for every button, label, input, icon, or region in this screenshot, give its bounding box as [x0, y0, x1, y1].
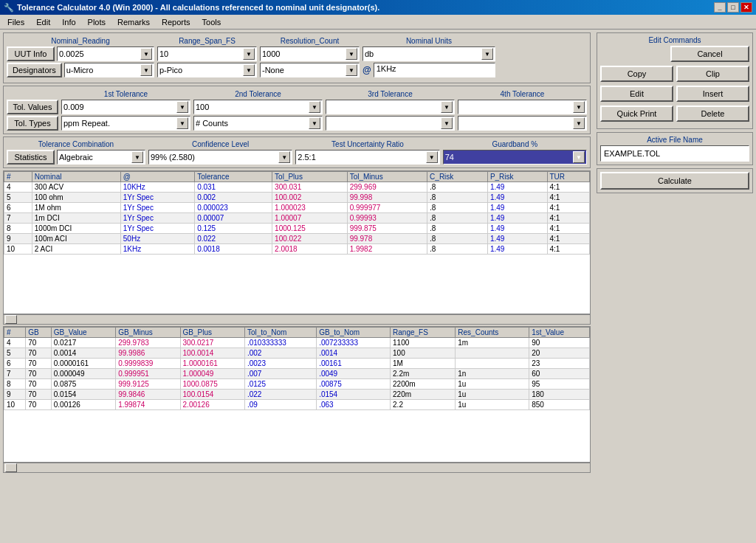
algebraic-combo[interactable]: Algebraic ▼ — [57, 150, 145, 165]
tol4-value-arrow: ▼ — [573, 101, 585, 113]
at-sign: @ — [362, 65, 371, 75]
frequency-row: @ 1KHz — [362, 63, 495, 77]
guardband-table-header: # GB GB_Value GB_Minus GB_Plus Tol_to_No… — [4, 328, 590, 338]
top-table-hscroll[interactable] — [3, 314, 591, 325]
nominal-units-label: Nominal Units — [362, 36, 495, 45]
resolution-combo[interactable]: 1000 ▼ — [260, 46, 360, 61]
tol1-value-combo[interactable]: 0.009 ▼ — [61, 100, 190, 114]
results-table-body: 4300 ACV10KHz0.031300.031299.969.81.494:… — [4, 182, 590, 255]
menu-remarks[interactable]: Remarks — [111, 16, 156, 28]
designators-button[interactable]: Designators — [7, 63, 62, 77]
col-tolerance: Tolerance — [195, 172, 272, 182]
uut-info-button[interactable]: UUT Info — [7, 46, 55, 61]
clip-button[interactable]: Clip — [676, 66, 749, 82]
guardband-group: Guardband % 74 ▼ — [443, 140, 587, 165]
tol3-type-combo[interactable]: ▼ — [326, 116, 455, 131]
tol-values-button[interactable]: Tol. Values — [7, 100, 58, 114]
range-group: Range_Span_FS 10 ▼ p-Pico ▼ — [157, 36, 257, 77]
quickprint-button[interactable]: Quick Print — [600, 106, 673, 122]
tur-arrow: ▼ — [426, 151, 438, 163]
nominal-units-arrow: ▼ — [481, 48, 493, 60]
menu-files[interactable]: Files — [1, 16, 30, 28]
edit-button[interactable]: Edit — [600, 86, 673, 102]
table-row: 6700.00001610.99998391.0000161.0023.0016… — [4, 359, 590, 369]
tur-group: Test Uncertainty Ratio 2.5:1 ▼ — [295, 140, 439, 165]
calculate-button[interactable]: Calculate — [600, 172, 749, 190]
table-row: 71m DCI1Yr Spec0.000071.000070.99993.81.… — [4, 213, 590, 224]
bottom-table-hscroll[interactable] — [3, 463, 591, 473]
resolution-none-combo[interactable]: -None ▼ — [260, 63, 360, 77]
table-row: 81000m DCI1Yr Spec0.1251000.125999.875.8… — [4, 224, 590, 234]
nominal-units-combo[interactable]: db ▼ — [362, 46, 495, 61]
table-row: 9100m ACI50Hz0.022100.02299.978.81.494:1 — [4, 234, 590, 244]
guardband-combo[interactable]: 74 ▼ — [443, 150, 587, 165]
top-labels-row: Nominal_Reading UUT Info 0.0025 ▼ Design… — [7, 36, 587, 77]
delete-button[interactable]: Delete — [676, 106, 749, 122]
statistics-button[interactable]: Statistics — [7, 150, 55, 165]
cancel-row: Cancel — [600, 46, 749, 63]
menu-edit[interactable]: Edit — [30, 16, 56, 28]
nominal-reading-label: Nominal_Reading — [7, 36, 154, 45]
edit-commands-label: Edit Commands — [600, 36, 749, 44]
col-tur: TUR — [547, 172, 589, 182]
tol-types-button[interactable]: Tol. Types — [7, 116, 58, 131]
table-row: 10700.001261.998742.00126.09.0632.21u850 — [4, 400, 590, 410]
col-nominal: Nominal — [32, 172, 120, 182]
tol3-value-combo[interactable]: ▼ — [326, 100, 455, 114]
algebraic-arrow: ▼ — [131, 151, 143, 163]
menu-bar: Files Edit Info Plots Remarks Reports To… — [0, 15, 756, 30]
tol1-type-combo[interactable]: ppm Repeat. ▼ — [61, 116, 190, 131]
active-file-box: Active File Name — [597, 132, 753, 165]
tolerance-section: 1st Tolerance 2nd Tolerance 3rd Toleranc… — [3, 86, 591, 134]
gb-col-1st: 1st_Value — [529, 328, 590, 338]
hscroll-left-btn[interactable] — [5, 315, 17, 324]
tol4-value-combo[interactable]: ▼ — [458, 100, 587, 114]
confidence-combo[interactable]: 99% (2.580) ▼ — [148, 150, 292, 165]
tol2-type-combo[interactable]: # Counts ▼ — [193, 116, 323, 131]
tol3-label: 3rd Tolerance — [326, 89, 455, 98]
results-table: # Nominal @ Tolerance Tol_Plus Tol_Minus… — [4, 171, 590, 255]
table-row: 7700.0000490.9999511.000049.007.00492.2m… — [4, 369, 590, 379]
active-file-input[interactable] — [600, 145, 749, 162]
menu-plots[interactable]: Plots — [82, 16, 111, 28]
col-p-risk: P_Risk — [487, 172, 547, 182]
maximize-button[interactable]: □ — [727, 2, 739, 13]
top-table-wrapper[interactable]: # Nominal @ Tolerance Tol_Plus Tol_Minus… — [3, 170, 591, 314]
copy-button[interactable]: Copy — [600, 66, 673, 82]
nominal-reading-combo[interactable]: 0.0025 ▼ — [57, 46, 154, 61]
tur-combo[interactable]: 2.5:1 ▼ — [295, 150, 439, 165]
top-inputs-section: Nominal_Reading UUT Info 0.0025 ▼ Design… — [3, 32, 591, 83]
tol4-label: 4th Tolerance — [458, 89, 587, 98]
gb-col-plus: GB_Plus — [180, 328, 244, 338]
uut-group: Nominal_Reading UUT Info 0.0025 ▼ Design… — [7, 36, 154, 77]
bottom-table-wrapper[interactable]: # GB GB_Value GB_Minus GB_Plus Tol_to_No… — [3, 326, 591, 463]
tol2-value-arrow: ▼ — [309, 101, 320, 113]
resolution-arrow: ▼ — [346, 48, 357, 60]
title-bar-controls[interactable]: _ □ ✕ — [714, 2, 752, 13]
cancel-button[interactable]: Cancel — [670, 46, 749, 62]
frequency-input[interactable]: 1KHz — [374, 63, 495, 77]
tolerance-values-row: Tol. Values 0.009 ▼ 100 ▼ ▼ ▼ — [7, 100, 587, 114]
tol3-type-arrow: ▼ — [441, 117, 453, 129]
confidence-arrow: ▼ — [278, 151, 290, 163]
col-c-risk: C_Risk — [427, 172, 488, 182]
col-at: @ — [120, 172, 194, 182]
range-combo[interactable]: 10 ▼ — [157, 46, 257, 61]
insert-button[interactable]: Insert — [676, 86, 749, 102]
menu-info[interactable]: Info — [56, 16, 81, 28]
range-designator-combo[interactable]: p-Pico ▼ — [157, 63, 257, 77]
close-button[interactable]: ✕ — [740, 2, 752, 13]
menu-tools[interactable]: Tools — [196, 16, 227, 28]
spacer1 — [7, 89, 58, 98]
designator-value-combo[interactable]: u-Micro ▼ — [64, 63, 154, 77]
menu-reports[interactable]: Reports — [156, 16, 196, 28]
table-row: 5700.001499.9986100.0014.002.001410020 — [4, 348, 590, 359]
nominal-units-group: Nominal Units db ▼ @ 1KHz — [362, 36, 495, 77]
tol4-type-combo[interactable]: ▼ — [458, 116, 587, 131]
tol2-value-combo[interactable]: 100 ▼ — [193, 100, 323, 114]
bottom-hscroll-left-btn[interactable] — [5, 463, 17, 472]
minimize-button[interactable]: _ — [714, 2, 726, 13]
combination-row: Tolerance Combination Statistics Algebra… — [7, 140, 587, 165]
gb-col-tol-nom: Tol_to_Nom — [244, 328, 316, 338]
table-row: 8700.0875999.91251000.0875.0125.00875220… — [4, 379, 590, 390]
